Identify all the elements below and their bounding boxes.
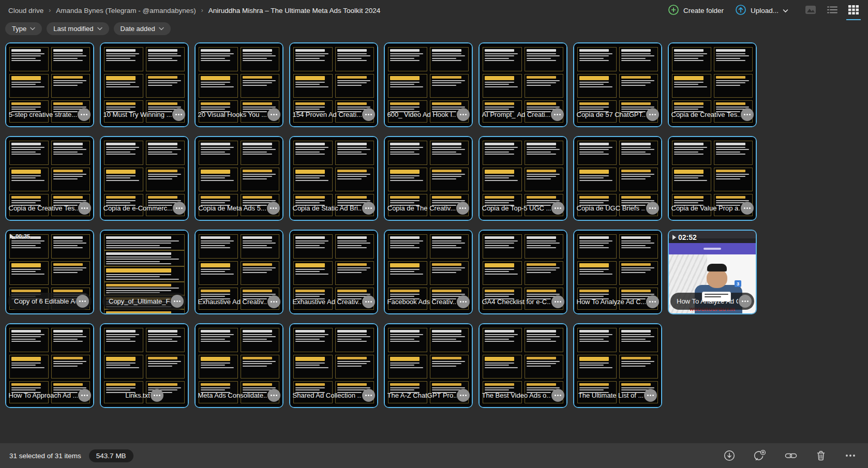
file-card[interactable]: {} X W REVIEWERS SAY THIS PILLOW IS "Lif… [289, 136, 378, 221]
file-name-row: 5-step creative strate... [8, 108, 91, 121]
file-context-menu-button[interactable] [646, 202, 659, 215]
filter-type[interactable]: Type [5, 22, 42, 35]
file-context-menu-button[interactable] [551, 108, 564, 121]
file-name: GA4 Checklist for e-C... [482, 298, 551, 306]
file-context-menu-button[interactable] [267, 295, 280, 308]
file-card[interactable]: {} X W REVIEWERS SAY THIS PILLOW IS "Lif… [384, 136, 473, 221]
more-options-icon[interactable] [844, 449, 857, 462]
top-bar: Cloud drive › Amanda Bynes (Telegram - @… [0, 0, 868, 21]
file-context-menu-button[interactable] [741, 108, 754, 121]
selection-status: 31 selected of 31 items [9, 452, 81, 460]
file-card[interactable]: {} X W REVIEWERS SAY THIS PILLOW IS "Lif… [573, 323, 662, 408]
file-card[interactable]: {} X W REVIEWERS SAY THIS PILLOW IS "Lif… [573, 136, 662, 221]
file-context-menu-button[interactable] [456, 202, 469, 215]
file-card[interactable]: {} X W REVIEWERS SAY THIS PILLOW IS "Lif… [573, 42, 662, 127]
file-card[interactable]: {} X W REVIEWERS SAY THIS PILLOW IS "Lif… [194, 136, 283, 221]
file-context-menu-button[interactable] [173, 202, 186, 215]
file-card[interactable]: {} X W REVIEWERS SAY THIS PILLOW IS "Lif… [100, 230, 189, 314]
file-name-row: The A-Z ChatGPT Pro... [387, 389, 470, 402]
file-card[interactable]: {} X W REVIEWERS SAY THIS PILLOW IS "Lif… [478, 230, 567, 314]
upload-button[interactable]: Upload... [735, 4, 788, 17]
file-context-menu-button[interactable] [362, 295, 375, 308]
file-card[interactable]: {} X W REVIEWERS SAY THIS PILLOW IS "Lif… [194, 323, 283, 408]
file-name-row: Copia de Creative Tes... [8, 202, 91, 215]
file-context-menu-button[interactable] [457, 295, 470, 308]
file-context-menu-button[interactable] [362, 202, 375, 215]
file-name-row: 600_ Video Ad Hook I... [387, 108, 470, 121]
list-view-button[interactable] [826, 3, 839, 18]
file-card[interactable]: {} X W REVIEWERS SAY THIS PILLOW IS "Lif… [194, 42, 283, 127]
filter-date-added[interactable]: Date added [114, 22, 171, 35]
file-context-menu-button[interactable] [741, 202, 754, 215]
file-context-menu-button[interactable] [267, 202, 280, 215]
file-name: Copia de Meta Ads 5... [198, 204, 266, 212]
file-card[interactable]: {} X W REVIEWERS SAY THIS PILLOW IS "Lif… [478, 136, 567, 221]
file-card[interactable]: {} X W REVIEWERS SAY THIS PILLOW IS "Lif… [194, 230, 283, 314]
file-context-menu-button[interactable] [551, 295, 564, 308]
file-context-menu-button[interactable] [646, 108, 659, 121]
grid-view-button[interactable] [847, 3, 860, 18]
file-name: Exhaustive Ad Creativ... [293, 298, 362, 306]
file-context-menu-button[interactable] [457, 108, 470, 121]
file-context-menu-button[interactable] [644, 389, 657, 402]
file-card[interactable]: {} X W REVIEWERS SAY THIS PILLOW IS "Lif… [573, 230, 662, 314]
file-context-menu-button[interactable] [267, 389, 280, 402]
thumbnail-view-button[interactable] [804, 3, 817, 18]
file-context-menu-button[interactable] [267, 108, 280, 121]
file-card[interactable]: {} X W REVIEWERS SAY THIS PILLOW IS "Lif… [289, 42, 378, 127]
filter-last-modified[interactable]: Last modified [47, 22, 109, 35]
file-name-row: Links.txt [103, 389, 186, 402]
file-context-menu-button[interactable] [551, 202, 564, 215]
breadcrumb-folder-parent[interactable]: Amanda Bynes (Telegram - @amandabynes) [56, 7, 196, 14]
play-icon [10, 234, 13, 239]
file-card[interactable]: {} X W REVIEWERS SAY THIS PILLOW IS "Lif… [5, 323, 94, 408]
file-context-menu-button[interactable] [78, 108, 91, 121]
file-card[interactable]: {} X W REVIEWERS SAY THIS PILLOW IS "Lif… [100, 323, 189, 408]
filter-type-label: Type [12, 25, 26, 33]
file-name-row: Shared Ad Collection ... [292, 389, 375, 402]
file-name: How To Analyze Ad C... [577, 298, 646, 306]
file-card[interactable]: {} X W REVIEWERS SAY THIS PILLOW IS "Lif… [5, 230, 94, 314]
file-card[interactable]: {} X W REVIEWERS SAY THIS PILLOW IS "Lif… [384, 230, 473, 314]
download-icon[interactable] [723, 449, 736, 462]
file-context-menu-button[interactable] [362, 108, 375, 121]
file-card[interactable]: {} X W REVIEWERS SAY THIS PILLOW IS "Lif… [100, 42, 189, 127]
file-context-menu-button[interactable] [739, 295, 752, 308]
file-name: The A-Z ChatGPT Pro... [387, 391, 456, 399]
file-name: 5-step creative strate... [9, 111, 77, 118]
file-context-menu-button[interactable] [171, 295, 184, 308]
file-name: The Best Video Ads o... [482, 391, 551, 399]
file-context-menu-button[interactable] [78, 202, 91, 215]
file-card[interactable]: {} X W REVIEWERS SAY THIS PILLOW IS "Lif… [668, 230, 757, 314]
chevron-down-icon [159, 27, 164, 31]
file-context-menu-button[interactable] [551, 389, 564, 402]
file-name-row: Copia de Static Ad Bri... [292, 202, 375, 215]
file-context-menu-button[interactable] [151, 389, 163, 402]
create-folder-button[interactable]: Create folder [668, 4, 724, 17]
file-card[interactable]: {} X W REVIEWERS SAY THIS PILLOW IS "Lif… [100, 136, 189, 221]
file-context-menu-button[interactable] [457, 389, 470, 402]
file-context-menu-button[interactable] [78, 389, 91, 402]
upload-label: Upload... [751, 7, 779, 14]
get-link-icon[interactable] [784, 449, 798, 462]
file-card[interactable]: {} X W REVIEWERS SAY THIS PILLOW IS "Lif… [289, 230, 378, 314]
file-name: How To Approach Ad ... [9, 391, 78, 399]
breadcrumb-current-folder: Aniruddha Mishra – The Ultimate Meta Ads… [208, 7, 381, 14]
trash-icon[interactable] [815, 449, 827, 462]
breadcrumb-cloud-drive[interactable]: Cloud drive [8, 7, 43, 14]
file-context-menu-button[interactable] [76, 295, 89, 308]
file-context-menu-button[interactable] [172, 108, 185, 121]
file-card[interactable]: {} X W REVIEWERS SAY THIS PILLOW IS "Lif… [384, 42, 473, 127]
file-card[interactable]: {} X W REVIEWERS SAY THIS PILLOW IS "Lif… [478, 42, 567, 127]
file-card[interactable]: {} X W REVIEWERS SAY THIS PILLOW IS "Lif… [478, 323, 567, 408]
file-grid: {} X W REVIEWERS SAY THIS PILLOW IS "Lif… [5, 42, 758, 408]
file-card[interactable]: {} X W REVIEWERS SAY THIS PILLOW IS "Lif… [384, 323, 473, 408]
send-to-chat-icon[interactable] [753, 449, 767, 462]
file-card[interactable]: {} X W REVIEWERS SAY THIS PILLOW IS "Lif… [668, 42, 757, 127]
file-card[interactable]: {} X W REVIEWERS SAY THIS PILLOW IS "Lif… [5, 42, 94, 127]
file-context-menu-button[interactable] [362, 389, 375, 402]
file-card[interactable]: {} X W REVIEWERS SAY THIS PILLOW IS "Lif… [5, 136, 94, 221]
file-context-menu-button[interactable] [646, 295, 659, 308]
file-card[interactable]: {} X W REVIEWERS SAY THIS PILLOW IS "Lif… [289, 323, 378, 408]
file-card[interactable]: {} X W REVIEWERS SAY THIS PILLOW IS "Lif… [668, 136, 757, 221]
